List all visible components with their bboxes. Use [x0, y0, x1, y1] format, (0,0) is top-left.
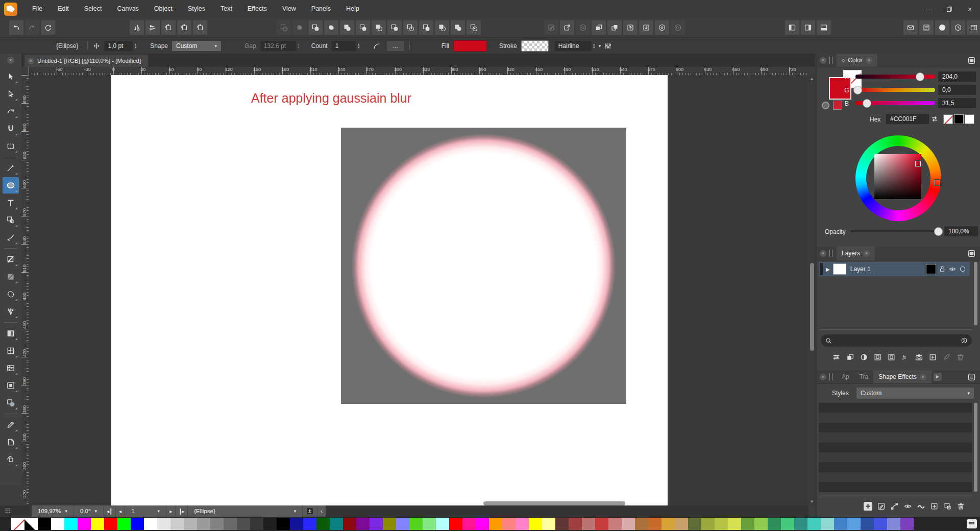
- effects-list-row[interactable]: [819, 413, 972, 422]
- warp-tool[interactable]: [3, 303, 19, 320]
- swatch-color[interactable]: [542, 518, 555, 530]
- open-external-button[interactable]: [560, 20, 574, 35]
- styles-select[interactable]: Custom ▾: [856, 388, 974, 399]
- effects-pathnodes-icon[interactable]: [890, 502, 899, 511]
- toggle-left-panel-button[interactable]: [785, 20, 799, 35]
- expand-layer-icon[interactable]: ▶: [826, 267, 830, 272]
- count-input[interactable]: 1: [332, 41, 356, 51]
- menu-canvas[interactable]: Canvas: [109, 0, 146, 18]
- prev-page-button[interactable]: ◂: [116, 505, 125, 517]
- advanced-stroke-icon[interactable]: [604, 42, 612, 50]
- swatch-color[interactable]: [197, 518, 210, 530]
- pen-tool[interactable]: [3, 160, 19, 176]
- break-apart-button[interactable]: [467, 20, 481, 35]
- swatch-color[interactable]: [569, 518, 582, 530]
- swatch-color[interactable]: [502, 518, 516, 530]
- layers-maskblob-icon[interactable]: [860, 353, 868, 361]
- swatch-color[interactable]: [224, 518, 237, 530]
- subselect-tool[interactable]: [3, 86, 19, 102]
- freeform-tool[interactable]: [3, 286, 19, 302]
- divide-button[interactable]: [387, 20, 402, 35]
- effects-wave-icon[interactable]: [917, 502, 925, 511]
- flip-vertical-button[interactable]: [145, 20, 160, 35]
- close-document-icon[interactable]: ×: [28, 58, 34, 64]
- swatch-color[interactable]: [608, 518, 622, 530]
- subtract-button[interactable]: [308, 20, 323, 35]
- saturation-marker[interactable]: [915, 161, 921, 166]
- active-color-swatch[interactable]: [833, 101, 842, 110]
- lasso-tool[interactable]: [3, 103, 19, 119]
- send-bottom-button[interactable]: [655, 20, 669, 35]
- swatch-color[interactable]: [781, 518, 794, 530]
- history-button[interactable]: [951, 20, 965, 35]
- free-transform-button[interactable]: [177, 20, 191, 35]
- intersect-button[interactable]: [356, 20, 370, 35]
- no-color-swatch[interactable]: [943, 114, 953, 124]
- toggle-bottom-panel-button[interactable]: [817, 20, 831, 35]
- layers-fxtext-icon[interactable]: fx: [901, 353, 910, 361]
- swatch-color[interactable]: [104, 518, 117, 530]
- eyedropper-tool[interactable]: [3, 417, 19, 433]
- fill-color-swatch[interactable]: [453, 40, 487, 52]
- swatch-color[interactable]: [529, 518, 542, 530]
- simplify-button[interactable]: [324, 20, 338, 35]
- blurred-ellipse-image[interactable]: [341, 128, 626, 404]
- layer-fill-swatch[interactable]: [926, 264, 936, 274]
- swatch-color[interactable]: [210, 518, 224, 530]
- panel-menu-icon[interactable]: [967, 249, 976, 258]
- ellipse-tool[interactable]: [3, 177, 19, 194]
- document-tab[interactable]: × Untitled-1 [RGB] [@110.0%] - [Modified…: [24, 55, 148, 67]
- g-value[interactable]: 0,0: [938, 85, 976, 95]
- compound-button[interactable]: [403, 20, 418, 35]
- r-slider[interactable]: [855, 75, 935, 79]
- effects-list-row[interactable]: [819, 443, 972, 452]
- swatch-none[interactable]: [11, 518, 24, 530]
- effects-eye-icon[interactable]: [903, 502, 912, 511]
- tab-transform[interactable]: Tra: [854, 370, 874, 383]
- swatch-color[interactable]: [117, 518, 131, 530]
- transform-tool[interactable]: [3, 269, 19, 285]
- vscroll-thumb[interactable]: [810, 263, 814, 351]
- gradient-tool[interactable]: [3, 325, 19, 342]
- grid-toggle-icon[interactable]: [4, 507, 12, 515]
- marquee-tool[interactable]: [3, 138, 19, 154]
- effects-scrollbar-thumb[interactable]: [974, 403, 977, 492]
- r-slider-knob[interactable]: [916, 73, 924, 81]
- close-tab-icon[interactable]: ×: [866, 57, 872, 64]
- first-page-button[interactable]: ◂┃: [104, 505, 116, 517]
- more-options-button[interactable]: ...: [387, 41, 404, 51]
- shapes-tool[interactable]: [3, 395, 19, 411]
- corner-curve-icon[interactable]: [373, 42, 381, 50]
- rotation-select[interactable]: 0,0°▾: [74, 505, 104, 517]
- zoom-level-select[interactable]: 109,97%▾: [32, 505, 74, 517]
- toggle-right-panel-button[interactable]: [801, 20, 815, 35]
- white-swatch[interactable]: [965, 114, 974, 124]
- menu-file[interactable]: File: [24, 0, 50, 18]
- swatch-color[interactable]: [290, 518, 303, 530]
- effects-list-row[interactable]: [819, 452, 972, 462]
- page-select[interactable]: 1▾: [125, 505, 166, 517]
- shape-builder-tool[interactable]: [3, 212, 19, 228]
- layers-boxedframe-icon[interactable]: [887, 353, 896, 361]
- swatch-color[interactable]: [263, 518, 277, 530]
- swatch-color[interactable]: [51, 518, 64, 530]
- selection-select[interactable]: {Ellipse}▾: [188, 505, 303, 517]
- lock-open-icon[interactable]: [938, 265, 946, 273]
- swatch-color[interactable]: [170, 518, 184, 530]
- swatch-color[interactable]: [396, 518, 409, 530]
- swatch-color[interactable]: [768, 518, 781, 530]
- stroke-width-stepper[interactable]: ▲▼: [134, 43, 137, 49]
- swatch-color[interactable]: [662, 518, 675, 530]
- stroke-style-select[interactable]: Hairline: [555, 41, 592, 51]
- restore-icon[interactable]: [939, 0, 960, 18]
- merge-button[interactable]: [435, 20, 449, 35]
- swatch-color[interactable]: [38, 518, 51, 530]
- bring-forward-button[interactable]: [592, 20, 606, 35]
- swatch-color[interactable]: [383, 518, 396, 530]
- shape-select[interactable]: Custom▾: [172, 41, 221, 51]
- send-backward-button[interactable]: [607, 20, 622, 35]
- clear-search-icon[interactable]: [961, 337, 968, 344]
- color-target-radio[interactable]: [822, 102, 829, 109]
- layers-camera-icon[interactable]: [915, 353, 923, 361]
- effects-pencilbox-icon[interactable]: [877, 502, 886, 511]
